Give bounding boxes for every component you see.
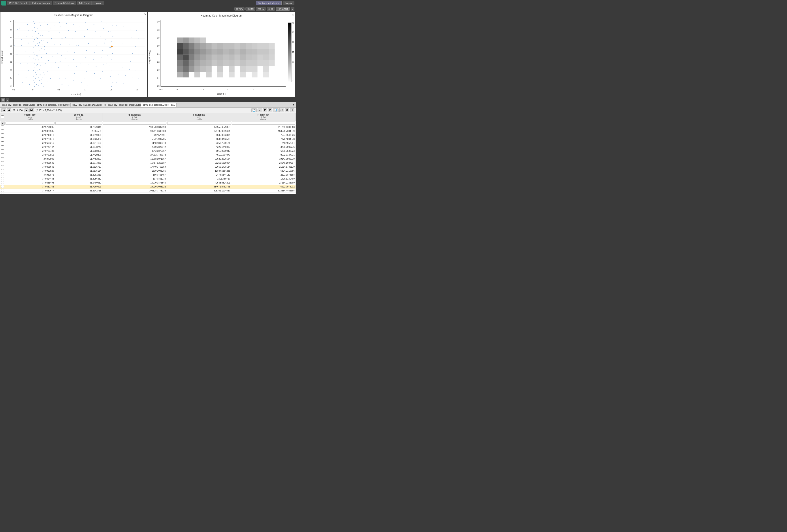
row-checkbox[interactable]	[1, 157, 4, 160]
row-checkbox-cell[interactable]	[0, 189, 5, 193]
scatter-chart-close[interactable]: ✕	[144, 13, 147, 16]
upload-button[interactable]: Upload	[92, 1, 104, 5]
row-checkbox[interactable]	[1, 193, 4, 194]
svg-point-34	[35, 23, 35, 24]
tab-1[interactable]: dp02_dc2_catalogs.ForcedSourceOn... ✕	[35, 103, 71, 107]
tab-3-label: dp02_dc2_catalogs.ForcedSourceOn...	[108, 104, 141, 106]
settings-button[interactable]: ⚙	[285, 108, 289, 112]
info-button[interactable]: ⓘ	[279, 108, 284, 112]
heatmap-chart-title: Heatmap Color-Magnitude Diagram	[148, 12, 295, 18]
svg-point-257	[107, 56, 108, 56]
row-checkbox[interactable]	[1, 137, 4, 140]
row-checkbox-cell[interactable]	[0, 193, 5, 194]
svg-point-79	[40, 53, 41, 53]
tab-2[interactable]: dp02_dc2_catalogs.DiaSource - dat... ✕	[71, 103, 106, 107]
tab-4[interactable]: dp02_dc2_catalogs.Object - da... ✕	[141, 103, 176, 107]
svg-point-70	[42, 31, 42, 31]
row-checkbox-cell[interactable]	[0, 161, 5, 165]
svg-rect-361	[223, 61, 229, 66]
svg-point-166	[88, 43, 89, 44]
img-xy-button[interactable]: img-xy	[256, 7, 265, 10]
heatmap-chart-close[interactable]: ✕	[292, 13, 294, 16]
r-calibflux-header[interactable]: r_calibFlux (nJy) double	[231, 113, 296, 121]
pin-chart-button[interactable]: Pin Chart	[276, 7, 290, 10]
select-all-checkbox[interactable]	[1, 115, 4, 118]
filter-icon[interactable]: ⊽	[1, 122, 4, 125]
row-checkbox-cell[interactable]	[0, 165, 5, 169]
row-checkbox[interactable]	[1, 181, 4, 184]
img-tbl-button[interactable]: img-tbl	[246, 7, 255, 10]
row-checkbox-cell[interactable]	[0, 145, 5, 149]
svg-rect-395	[263, 43, 269, 49]
svg-point-153	[68, 85, 69, 86]
prev-page-button[interactable]: ◀	[7, 108, 11, 112]
row-checkbox[interactable]	[1, 169, 4, 172]
row-checkbox-cell[interactable]	[0, 173, 5, 177]
logout-button[interactable]: Logout	[283, 1, 294, 5]
svg-rect-359	[223, 55, 229, 61]
list-icon[interactable]: ☰	[6, 98, 9, 102]
svg-point-259	[109, 72, 109, 72]
chart-button[interactable]: 📊	[273, 108, 278, 112]
row-checkbox-cell[interactable]	[0, 141, 5, 145]
row-checkbox[interactable]	[1, 141, 4, 144]
xy-tbl-button[interactable]: xy-tbl	[267, 7, 275, 10]
coord-ra-header[interactable]: coord_ra (deg) double	[55, 113, 102, 121]
row-checkbox-cell[interactable]	[0, 125, 5, 129]
tab-0[interactable]: dp02_dc2_catalogs.ForcedSourceOn... ✕	[0, 103, 35, 107]
svg-point-59	[35, 72, 36, 73]
i-calibflux-header[interactable]: i_calibFlux (nJy) double	[167, 113, 231, 121]
g-calibflux-header[interactable]: g_calibFlux (nJy) double	[102, 113, 167, 121]
row-checkbox[interactable]	[1, 149, 4, 152]
background-monitor-button[interactable]: Background Monitor	[256, 1, 282, 5]
row-checkbox[interactable]	[1, 126, 4, 128]
row-checkbox-cell[interactable]	[0, 137, 5, 141]
external-images-button[interactable]: External Images	[30, 1, 52, 5]
crosshair-button[interactable]: ✛	[290, 108, 294, 112]
coord-dec-cell: -37.9853494	[5, 181, 55, 185]
next-page-button[interactable]: ▶	[24, 108, 28, 112]
row-checkbox-cell[interactable]	[0, 169, 5, 173]
row-checkbox[interactable]	[1, 130, 4, 132]
external-catalogs-button[interactable]: External Catalogs	[53, 1, 76, 5]
i-calibflux-cell: 2474.5344139	[167, 173, 231, 177]
row-checkbox[interactable]	[1, 161, 4, 164]
row-checkbox[interactable]	[1, 153, 4, 156]
coord-dec-header[interactable]: coord_dec (deg) double	[5, 113, 55, 121]
first-page-button[interactable]: |◀	[1, 108, 6, 112]
expand-button[interactable]: ⊡	[268, 108, 272, 112]
row-checkbox-cell[interactable]	[0, 177, 5, 181]
last-page-button[interactable]: ▶|	[29, 108, 34, 112]
coord-dec-cell: -37.9896635	[5, 161, 55, 165]
row-checkbox[interactable]	[1, 189, 4, 192]
row-checkbox[interactable]	[1, 133, 4, 136]
save-button[interactable]: 💾	[251, 108, 257, 112]
filter-button[interactable]: ▼	[258, 109, 262, 112]
tab-dropdown-button[interactable]: ▾	[292, 103, 296, 107]
i-calibflux-cell: 8595.0633304	[167, 133, 231, 137]
grid-icon[interactable]: ▦	[1, 98, 5, 102]
coord-dec-cell: -37.9824488	[5, 177, 55, 181]
add-chart-button[interactable]: Add Chart	[77, 1, 92, 5]
columns-button[interactable]: ⊞	[263, 108, 267, 112]
row-checkbox-cell[interactable]	[0, 157, 5, 161]
row-checkbox[interactable]	[1, 185, 4, 188]
row-checkbox[interactable]	[1, 177, 4, 180]
row-checkbox-cell[interactable]	[0, 185, 5, 189]
row-checkbox[interactable]	[1, 145, 4, 148]
row-checkbox-cell[interactable]	[0, 149, 5, 153]
row-checkbox-cell[interactable]	[0, 153, 5, 157]
svg-point-280	[132, 53, 133, 53]
row-checkbox[interactable]	[1, 165, 4, 168]
select-all-header[interactable]	[0, 113, 5, 121]
row-checkbox-cell[interactable]	[0, 129, 5, 133]
svg-point-224	[42, 59, 42, 59]
tri-view-button[interactable]: tri-view	[234, 7, 244, 10]
row-checkbox-cell[interactable]	[0, 133, 5, 137]
i-calibflux-cell: 4329.1445982	[167, 145, 231, 149]
help-icon-button[interactable]: ?	[291, 7, 294, 11]
row-checkbox[interactable]	[1, 173, 4, 176]
row-checkbox-cell[interactable]	[0, 181, 5, 185]
rsp-tap-search-button[interactable]: RSP TAP Search	[7, 1, 29, 5]
tab-3[interactable]: dp02_dc2_catalogs.ForcedSourceOn... ✕	[106, 103, 141, 107]
